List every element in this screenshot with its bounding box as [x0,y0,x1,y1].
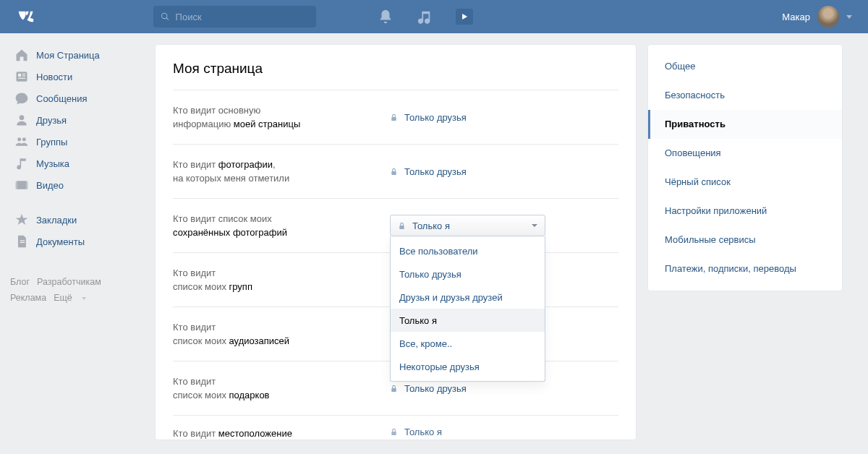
setting-label: Кто видит список моих аудиозаписей [173,320,390,348]
dropdown-option[interactable]: Только друзья [391,262,545,286]
video-icon [14,178,29,192]
bell-icon[interactable] [378,9,393,25]
bookmarks-icon [14,213,29,227]
messages-icon [14,91,29,106]
nav-label: Моя Страница [36,50,100,61]
nav-label: Документы [36,236,85,247]
username: Макар [782,12,810,22]
svg-rect-11 [16,181,18,189]
footer-developers[interactable]: Разработчикам [37,277,101,287]
nav-friends[interactable]: Друзья [10,109,148,131]
rightnav-blacklist[interactable]: Чёрный список [648,168,842,197]
music-icon[interactable] [417,9,433,25]
rightnav-general[interactable]: Общее [648,52,842,81]
svg-rect-14 [20,242,25,243]
nav-news[interactable]: Новости [10,66,148,87]
docs-icon [14,234,29,249]
setting-label: Кто видит фотографии, на которых меня от… [173,158,390,185]
svg-point-9 [22,137,26,141]
left-sidebar: Моя Страница Новости Сообщения Друзья Гр… [10,44,155,440]
footer-links: БлогРазработчикам РекламаЕщё [10,274,148,306]
friends-icon [14,113,29,127]
rightnav-app-settings[interactable]: Настройки приложений [648,197,842,226]
lock-icon [390,167,398,176]
svg-rect-15 [391,117,396,121]
chevron-down-icon [82,297,86,300]
setting-value[interactable]: Только друзья [390,112,467,123]
nav-messages[interactable]: Сообщения [10,87,148,109]
setting-label: Кто видит список моих групп [173,266,390,294]
dropdown-button[interactable]: Только я [390,215,545,236]
svg-rect-12 [26,181,28,189]
dropdown-option-selected[interactable]: Только я [391,309,545,332]
svg-rect-6 [18,78,25,79]
svg-line-1 [166,18,169,20]
rightnav-privacy[interactable]: Приватность [648,110,842,139]
nav-docs[interactable]: Документы [10,231,148,252]
rightnav-payments[interactable]: Платежи, подписки, переводы [648,254,842,283]
nav-label: Видео [36,180,64,191]
avatar [817,6,839,27]
chevron-down-icon [846,15,852,19]
setting-label: Кто видит список моих сохранённых фотогр… [173,212,390,239]
setting-label: Кто видит список моих подарков [173,374,390,402]
nav-label: Новости [36,72,72,82]
svg-point-0 [162,13,167,18]
setting-row-saved-photos: Кто видит список моих сохранённых фотогр… [173,198,618,252]
dropdown-option[interactable]: Все пользователи [391,239,545,262]
privacy-dropdown: Только я Все пользователи Только друзья … [390,215,545,236]
video-play-icon[interactable] [456,9,473,25]
svg-rect-13 [20,240,25,241]
search-input[interactable] [176,12,309,22]
svg-rect-16 [391,171,396,175]
nav-video[interactable]: Видео [10,174,148,196]
footer-blog[interactable]: Блог [10,277,30,287]
setting-row-basic-info: Кто видит основную информацию моей стран… [173,90,618,144]
svg-rect-3 [18,74,21,77]
dropdown-option[interactable]: Все, кроме.. [391,332,545,355]
footer-ads[interactable]: Реклама [10,293,46,303]
rightnav-notifications[interactable]: Оповещения [648,139,842,168]
nav-label: Музыка [36,158,69,169]
svg-rect-5 [22,75,25,76]
nav-bookmarks[interactable]: Закладки [10,209,148,231]
dropdown-menu: Все пользователи Только друзья Друзья и … [390,236,545,382]
user-menu[interactable]: Макар [782,6,859,27]
rightnav-mobile[interactable]: Мобильные сервисы [648,226,842,254]
nav-my-page[interactable]: Моя Страница [10,44,148,66]
dropdown-option[interactable]: Некоторые друзья [391,355,545,378]
setting-value[interactable]: Только друзья [390,383,467,394]
setting-row-location: Кто видит местоположение Только я [173,415,618,440]
nav-label: Друзья [36,115,67,126]
groups-icon [14,134,29,149]
settings-panel: Моя страница Кто видит основную информац… [155,44,637,440]
music-icon [14,156,29,171]
search-box[interactable] [153,6,316,27]
search-icon [161,12,170,22]
page-title: Моя страница [173,45,618,90]
footer-more[interactable]: Ещё [54,293,93,303]
top-header: Макар [0,0,868,33]
svg-rect-2 [17,72,27,81]
setting-label: Кто видит местоположение [173,427,390,440]
svg-rect-4 [22,74,25,74]
setting-value[interactable]: Только я [390,427,442,437]
setting-label: Кто видит основную информацию моей стран… [173,103,390,131]
svg-point-8 [17,137,21,141]
setting-value[interactable]: Только друзья [390,166,467,177]
dropdown-option[interactable]: Друзья и друзья друзей [391,286,545,309]
chevron-down-icon [532,224,537,227]
svg-rect-19 [391,432,396,435]
svg-point-7 [20,115,25,120]
news-icon [14,69,29,84]
nav-label: Сообщения [36,93,88,104]
rightnav-security[interactable]: Безопасность [648,81,842,110]
setting-row-tagged-photos: Кто видит фотографии, на которых меня от… [173,144,618,198]
nav-music[interactable]: Музыка [10,153,148,174]
svg-rect-18 [391,388,396,392]
lock-icon [398,221,406,231]
nav-label: Закладки [36,215,77,226]
vk-logo[interactable] [12,9,38,25]
nav-groups[interactable]: Группы [10,131,148,153]
right-settings-nav: Общее Безопасность Приватность Оповещени… [647,44,843,291]
